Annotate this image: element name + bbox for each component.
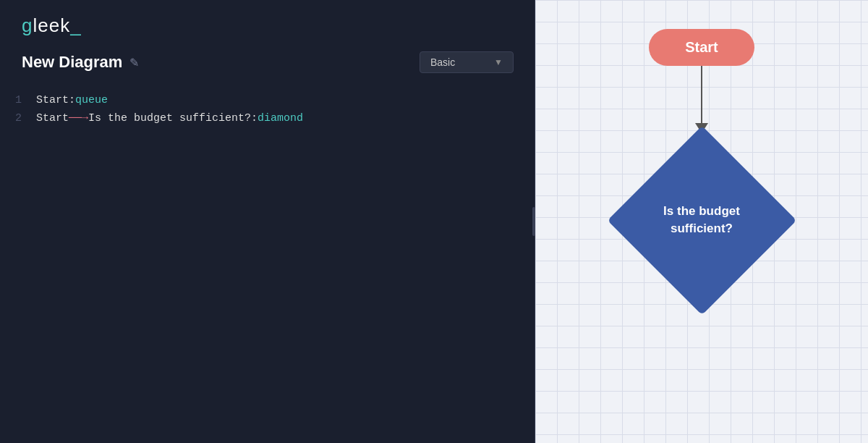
code-text-start: Start: (36, 94, 75, 106)
diamond-label: Is the budgetsufficient? (663, 203, 740, 237)
code-line-2: 2 Start──→Is the budget sufficient?:diam… (0, 109, 535, 127)
logo-text: leek (33, 14, 70, 36)
diamond-node: Is the budgetsufficient? (608, 126, 796, 314)
page-title: New Diagram (22, 53, 122, 72)
app-logo: gleek_ (22, 14, 82, 37)
diagram-type-dropdown[interactable]: Basic ▼ (420, 51, 514, 73)
title-row: New Diagram ✎ Basic ▼ (0, 44, 535, 84)
line-number-2: 2 (0, 112, 36, 125)
code-editor[interactable]: 1 Start:queue 2 Start──→Is the budget su… (0, 84, 535, 443)
code-content-2: Start──→Is the budget sufficient?:diamon… (36, 112, 303, 125)
line-number-1: 1 (0, 94, 36, 106)
diagram-title: New Diagram ✎ (22, 53, 139, 72)
code-line-1: 1 Start:queue (0, 91, 535, 109)
code-keyword-diamond: diamond (258, 112, 303, 125)
logo-underscore: _ (70, 14, 81, 36)
diagram-canvas: Start Is the budgetsufficient? (535, 0, 868, 443)
left-panel: gleek_ New Diagram ✎ Basic ▼ 1 Start:que… (0, 0, 535, 443)
logo-g: g (22, 14, 33, 36)
code-text-start2: Start (36, 112, 69, 125)
start-node: Start (649, 29, 754, 66)
arrow-start-to-diamond (701, 66, 702, 133)
app-header: gleek_ (0, 0, 535, 44)
code-content-1: Start:queue (36, 94, 108, 106)
code-target: Is the budget sufficient?: (88, 112, 258, 125)
diagram-preview: Start Is the budgetsufficient? (535, 0, 868, 443)
edit-icon[interactable]: ✎ (129, 56, 139, 69)
dropdown-label: Basic (430, 56, 455, 68)
start-node-label: Start (685, 39, 718, 55)
code-arrow: ──→ (69, 112, 88, 125)
arrow-line (701, 66, 702, 124)
chevron-down-icon: ▼ (494, 57, 503, 67)
code-keyword-queue: queue (75, 94, 108, 106)
